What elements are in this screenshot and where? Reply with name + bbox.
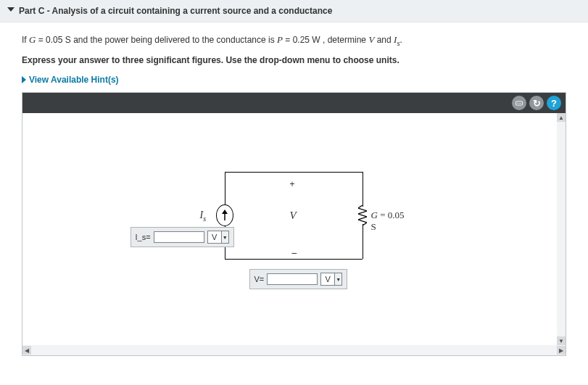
part-title-suffix: - Analysis of a circuit containing a cur…	[44, 6, 332, 16]
prompt-instructions: Express your answer to three significant…	[22, 54, 566, 67]
source-label: Is	[200, 210, 207, 223]
wire-top	[225, 172, 363, 173]
help-icon[interactable]: ?	[547, 96, 561, 110]
source-label-s: s	[203, 215, 206, 223]
voltage-label: V	[290, 210, 297, 222]
scroll-left-button[interactable]: ◀	[22, 346, 31, 355]
view-hints-link[interactable]: View Available Hint(s)	[0, 70, 588, 92]
conductance-icon	[358, 205, 367, 225]
hints-label: View Available Hint(s)	[29, 75, 119, 85]
prompt-and: and	[377, 35, 394, 45]
prompt-suffix1: , determine	[323, 35, 368, 45]
v-unit-value: V	[321, 275, 334, 283]
is-unit-value: V	[208, 233, 221, 241]
part-title: Part C - Analysis of a circuit containin…	[19, 6, 332, 16]
val-G: = 0.05 S	[38, 35, 71, 45]
wire-bottom	[225, 259, 363, 260]
wire-right-lower	[363, 224, 363, 259]
prompt-prefix: If	[22, 35, 29, 45]
polarity-plus: +	[290, 179, 295, 189]
part-header[interactable]: Part C - Analysis of a circuit containin…	[0, 0, 588, 22]
conductance-label: G = 0.05 S	[371, 210, 406, 233]
scroll-right-button[interactable]: ▶	[557, 346, 566, 355]
scroll-up-button[interactable]: ▲	[557, 113, 566, 122]
is-label: I_s=	[136, 233, 151, 241]
prompt-mid: and the power being delivered to the con…	[73, 35, 277, 45]
horizontal-scrollbar: ◀ ▶	[22, 345, 566, 355]
polarity-minus: −	[291, 247, 297, 259]
svg-point-3	[521, 103, 521, 104]
circuit-stage: Is + − V G = 0.05 S I_s= V ▼ V=	[174, 157, 406, 288]
chevron-down-icon: ▼	[334, 273, 341, 285]
question-prompt: If G = 0.05 S and the power being delive…	[0, 22, 588, 70]
answer-area: ↻ ? ▲ ▼ Is + − V G = 0.05 S	[22, 92, 566, 356]
part-label: Part C	[19, 6, 44, 16]
chevron-down-icon: ▼	[221, 231, 228, 243]
wire-right-upper	[363, 172, 363, 207]
answer-toolbar: ↻ ?	[22, 93, 566, 113]
val-P: = 0.25 W	[285, 35, 320, 45]
var-Is: Is	[394, 34, 400, 45]
circuit-canvas: ▲ ▼ Is + − V G = 0.05 S	[22, 113, 566, 345]
svg-point-1	[517, 103, 518, 104]
svg-marker-5	[222, 210, 228, 214]
v-input[interactable]	[267, 273, 318, 285]
svg-point-2	[518, 103, 519, 104]
is-unit-select[interactable]: V ▼	[207, 231, 229, 244]
reset-icon[interactable]: ↻	[529, 96, 544, 110]
caret-down-icon	[7, 7, 15, 12]
input-group-v: V= V ▼	[249, 269, 348, 289]
v-unit-select[interactable]: V ▼	[320, 273, 342, 286]
g-var: G	[371, 210, 378, 220]
current-source-icon	[216, 204, 233, 226]
wire-left-upper	[225, 172, 225, 204]
is-input[interactable]	[154, 231, 204, 243]
keyboard-icon[interactable]	[512, 96, 526, 110]
input-group-is: I_s= V ▼	[131, 227, 234, 247]
prompt-period: .	[400, 35, 402, 45]
v-label: V=	[254, 275, 265, 283]
scroll-down-button[interactable]: ▼	[557, 336, 566, 345]
var-V: V	[368, 34, 374, 45]
var-P: P	[277, 34, 283, 45]
caret-right-icon	[22, 76, 26, 83]
var-G: G	[29, 34, 36, 45]
